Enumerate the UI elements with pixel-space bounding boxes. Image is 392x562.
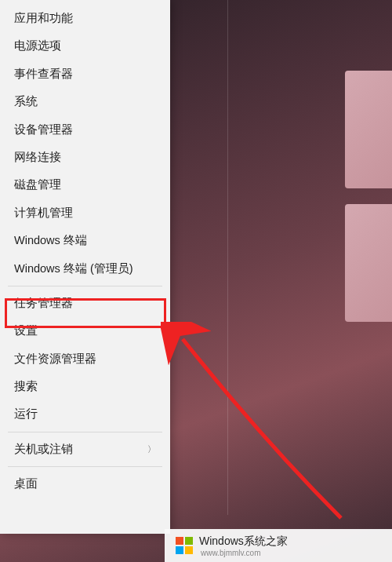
watermark-subtitle: www.bjmmlv.com — [201, 549, 288, 557]
wallpaper-divider — [227, 0, 228, 515]
chevron-right-icon: 〉 — [147, 444, 156, 454]
menu-item-label: 运行 — [14, 407, 38, 421]
menu-item-network-connections[interactable]: 网络连接 — [0, 144, 170, 171]
menu-item-label: 网络连接 — [14, 151, 61, 164]
menu-item-label: 事件查看器 — [14, 68, 73, 81]
menu-item-system[interactable]: 系统 — [0, 88, 170, 115]
menu-item-task-manager[interactable]: 任务管理器 — [0, 290, 170, 317]
menu-item-label: 文件资源管理器 — [14, 352, 96, 366]
menu-item-device-manager[interactable]: 设备管理器 — [0, 116, 170, 144]
menu-item-windows-terminal[interactable]: Windows 终端 — [0, 227, 170, 254]
menu-item-computer-management[interactable]: 计算机管理 — [0, 199, 170, 227]
menu-item-label: 关机或注销 — [14, 443, 73, 456]
menu-item-label: 计算机管理 — [14, 206, 73, 220]
menu-item-windows-terminal-admin[interactable]: Windows 终端 (管理员) — [0, 255, 170, 283]
menu-item-label: 系统 — [14, 95, 38, 108]
menu-item-disk-management[interactable]: 磁盘管理 — [0, 171, 170, 199]
menu-item-label: 设备管理器 — [14, 123, 73, 137]
menu-item-event-viewer[interactable]: 事件查看器 — [0, 60, 170, 88]
watermark: Windows系统之家 www.bjmmlv.com — [165, 529, 392, 562]
windows-logo-wallpaper — [298, 71, 392, 330]
winx-menu: 应用和功能 电源选项 事件查看器 系统 设备管理器 网络连接 磁盘管理 计算机管… — [0, 0, 170, 534]
menu-item-run[interactable]: 运行 — [0, 400, 170, 428]
menu-item-label: Windows 终端 — [14, 234, 87, 247]
menu-item-shutdown-signout[interactable]: 关机或注销〉 — [0, 436, 170, 463]
menu-separator — [8, 432, 162, 432]
menu-item-label: 任务管理器 — [14, 297, 73, 310]
menu-item-label: 应用和功能 — [14, 12, 73, 25]
menu-item-file-explorer[interactable]: 文件资源管理器 — [0, 345, 170, 373]
menu-item-label: 电源选项 — [14, 39, 61, 53]
menu-item-label: 搜索 — [14, 380, 38, 393]
windows-logo-icon — [176, 537, 193, 554]
menu-item-label: 设置 — [14, 324, 38, 338]
menu-item-desktop[interactable]: 桌面 — [0, 470, 170, 498]
menu-item-label: Windows 终端 (管理员) — [14, 262, 133, 276]
menu-separator — [8, 286, 162, 286]
menu-item-label: 磁盘管理 — [14, 178, 61, 192]
menu-separator — [8, 466, 162, 467]
menu-item-settings[interactable]: 设置 — [0, 317, 170, 345]
menu-item-label: 桌面 — [14, 477, 38, 491]
menu-item-apps-and-features[interactable]: 应用和功能 — [0, 5, 170, 32]
menu-item-search[interactable]: 搜索 — [0, 373, 170, 400]
menu-item-power-options[interactable]: 电源选项 — [0, 32, 170, 60]
watermark-title: Windows系统之家 — [199, 535, 288, 549]
